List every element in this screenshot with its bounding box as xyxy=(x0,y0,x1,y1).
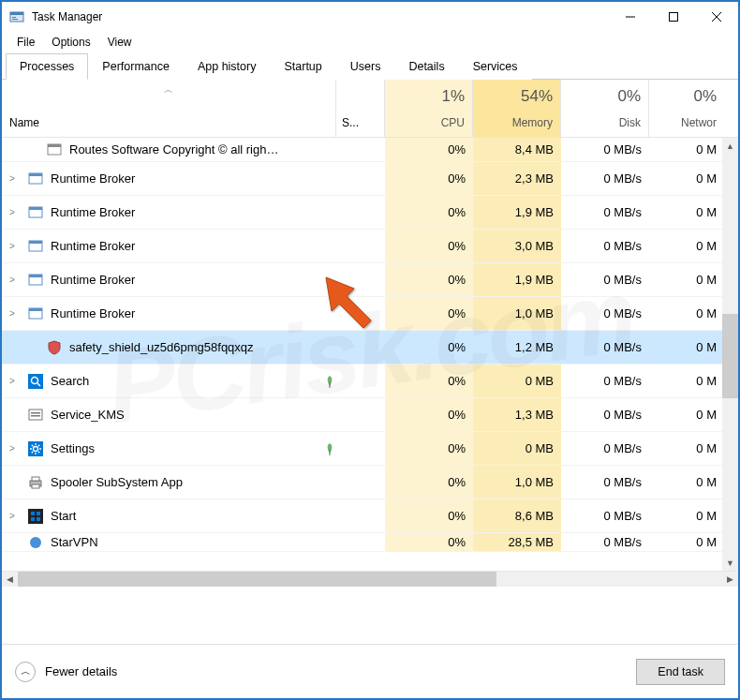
svg-rect-24 xyxy=(29,410,42,420)
hscroll-thumb[interactable] xyxy=(18,572,496,587)
process-icon xyxy=(28,239,43,254)
process-row[interactable]: Service_KMS0%1,3 MB0 MB/s0 M xyxy=(2,398,738,432)
maximize-button[interactable] xyxy=(652,2,695,32)
process-row[interactable]: >Runtime Broker0%1,0 MB0 MB/s0 M xyxy=(2,297,738,331)
cell-network: 0 M xyxy=(649,466,724,499)
scroll-right-icon[interactable]: ▶ xyxy=(722,572,738,588)
scroll-down-icon[interactable]: ▼ xyxy=(722,555,738,571)
cell-memory: 8,4 MB xyxy=(473,138,561,161)
cell-cpu: 0% xyxy=(385,398,473,431)
header-disk[interactable]: 0% Disk xyxy=(561,80,649,137)
svg-rect-2 xyxy=(12,17,16,18)
svg-rect-26 xyxy=(31,415,40,417)
cell-memory: 28,5 MB xyxy=(473,533,561,551)
minimize-button[interactable] xyxy=(609,2,652,32)
process-row[interactable]: >Runtime Broker0%1,9 MB0 MB/s0 M xyxy=(2,196,738,230)
header-status-label: S... xyxy=(342,116,359,129)
process-row[interactable]: >Runtime Broker0%3,0 MB0 MB/s0 M xyxy=(2,230,738,263)
svg-rect-41 xyxy=(28,509,43,524)
header-mem-label: Memory xyxy=(512,116,553,129)
horizontal-scrollbar[interactable]: ◀ ▶ xyxy=(2,571,738,587)
process-row[interactable]: >Runtime Broker0%1,9 MB0 MB/s0 M xyxy=(2,263,738,297)
svg-rect-40 xyxy=(32,484,39,488)
tab-services[interactable]: Services xyxy=(459,53,532,80)
hscroll-track[interactable] xyxy=(18,572,722,587)
cell-network: 0 M xyxy=(649,297,724,330)
cell-network: 0 M xyxy=(649,230,724,262)
expand-toggle-icon[interactable]: > xyxy=(2,443,22,454)
cell-disk: 0 MB/s xyxy=(561,297,649,330)
svg-rect-25 xyxy=(31,412,40,414)
vscroll-track[interactable] xyxy=(722,154,738,555)
process-name: Settings xyxy=(51,441,319,455)
menu-view[interactable]: View xyxy=(100,34,140,51)
header-name[interactable]: ︿ Name xyxy=(2,80,336,137)
cell-network: 0 M xyxy=(649,162,724,195)
process-icon xyxy=(28,374,43,389)
scroll-left-icon[interactable]: ◀ xyxy=(2,572,18,588)
header-net-label: Networ xyxy=(681,116,717,129)
process-name: Runtime Broker xyxy=(51,239,319,253)
expand-toggle-icon[interactable]: > xyxy=(2,376,22,386)
process-name: Runtime Broker xyxy=(51,306,319,320)
cell-status xyxy=(336,297,385,330)
fewer-details-toggle[interactable]: ︿ Fewer details xyxy=(15,662,117,682)
cell-memory: 1,9 MB xyxy=(473,196,561,229)
process-name: Search xyxy=(51,374,319,388)
tab-users[interactable]: Users xyxy=(336,53,395,80)
tab-app-history[interactable]: App history xyxy=(184,53,271,80)
vertical-scrollbar[interactable]: ▲ ▼ xyxy=(722,138,738,571)
chevron-up-icon: ︿ xyxy=(15,662,36,682)
cell-cpu: 0% xyxy=(385,533,473,551)
process-row[interactable]: Routes Software Copyright © all righ…0%8… xyxy=(2,138,738,162)
end-task-button[interactable]: End task xyxy=(636,659,725,685)
expand-toggle-icon[interactable]: > xyxy=(2,207,22,217)
svg-rect-42 xyxy=(31,512,35,515)
process-row[interactable]: Spooler SubSystem App0%1,0 MB0 MB/s0 M xyxy=(2,466,738,499)
process-row[interactable]: >Start0%8,6 MB0 MB/s0 M xyxy=(2,499,738,533)
cell-network: 0 M xyxy=(649,499,724,532)
process-icon xyxy=(47,340,62,355)
cell-disk: 0 MB/s xyxy=(561,432,649,465)
tab-startup[interactable]: Startup xyxy=(270,53,335,80)
expand-toggle-icon[interactable]: > xyxy=(2,173,22,184)
menu-file[interactable]: File xyxy=(9,34,42,51)
close-button[interactable] xyxy=(695,2,738,32)
process-icon xyxy=(28,306,43,321)
process-row[interactable]: >Runtime Broker0%2,3 MB0 MB/s0 M xyxy=(2,162,738,196)
cell-cpu: 0% xyxy=(385,230,473,262)
header-cpu-pct: 1% xyxy=(441,87,465,106)
process-row[interactable]: >Settings0%0 MB0 MB/s0 M xyxy=(2,432,738,466)
tab-processes[interactable]: Processes xyxy=(6,53,88,80)
header-cpu[interactable]: 1% CPU xyxy=(385,80,473,137)
process-name: Runtime Broker xyxy=(51,273,319,287)
process-row[interactable]: safety_shield_uz5d6pmg58fqqxqz0%1,2 MB0 … xyxy=(2,331,738,365)
cell-memory: 1,9 MB xyxy=(473,263,561,296)
cell-cpu: 0% xyxy=(385,297,473,330)
process-row[interactable]: StarVPN0%28,5 MB0 MB/s0 M xyxy=(2,533,738,552)
tab-details[interactable]: Details xyxy=(394,53,458,80)
svg-rect-19 xyxy=(29,308,42,311)
expand-toggle-icon[interactable]: > xyxy=(2,241,22,251)
cell-status xyxy=(336,162,385,195)
expand-toggle-icon[interactable]: > xyxy=(2,511,22,521)
cell-status xyxy=(336,196,385,229)
header-memory[interactable]: 54% Memory xyxy=(473,80,561,137)
tab-performance[interactable]: Performance xyxy=(88,53,184,80)
vscroll-thumb[interactable] xyxy=(722,314,738,398)
svg-rect-5 xyxy=(670,13,678,22)
expand-toggle-icon[interactable]: > xyxy=(2,308,22,319)
menu-options[interactable]: Options xyxy=(44,34,97,51)
process-icon xyxy=(28,475,43,490)
process-name: Runtime Broker xyxy=(51,205,319,219)
process-row[interactable]: >Search0%0 MB0 MB/s0 M xyxy=(2,365,738,398)
cell-network: 0 M xyxy=(649,138,724,161)
cell-disk: 0 MB/s xyxy=(561,466,649,499)
cell-cpu: 0% xyxy=(385,196,473,229)
expand-toggle-icon[interactable]: > xyxy=(2,275,22,285)
header-network[interactable]: 0% Networ xyxy=(649,80,724,137)
svg-rect-43 xyxy=(37,512,40,515)
process-icon xyxy=(28,205,43,220)
header-status[interactable]: S... xyxy=(336,80,385,137)
scroll-up-icon[interactable]: ▲ xyxy=(722,138,738,154)
